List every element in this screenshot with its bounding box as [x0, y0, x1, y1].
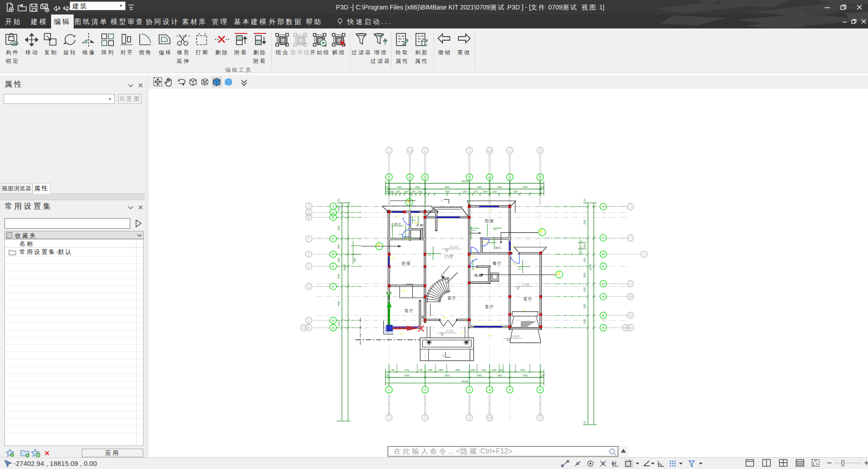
svg-text:120: 120: [385, 186, 388, 188]
svg-text:C-1: C-1: [489, 334, 493, 337]
svg-text:WC: WC: [495, 246, 502, 250]
svg-text:E: E: [602, 264, 604, 268]
svg-text:1200: 1200: [338, 321, 340, 326]
svg-text:120: 120: [541, 186, 544, 188]
svg-text:A: A: [307, 326, 310, 330]
svg-text:WC: WC: [394, 222, 401, 226]
svg-text:C-5: C-5: [391, 257, 395, 260]
svg-text:F: F: [629, 236, 632, 240]
svg-text:卧室: 卧室: [402, 261, 411, 266]
svg-text:1: 1: [308, 252, 310, 256]
svg-text:5: 5: [539, 416, 541, 420]
svg-text:1200: 1200: [338, 206, 340, 211]
svg-text:客厅: 客厅: [524, 297, 533, 301]
svg-text:D: D: [602, 282, 605, 286]
svg-text:4500: 4500: [338, 301, 340, 306]
svg-text:5: 5: [539, 175, 541, 179]
svg-text:客厅: 客厅: [448, 296, 457, 300]
svg-text:C-2: C-2: [489, 209, 493, 211]
svg-text:-0.020: -0.020: [445, 329, 454, 333]
svg-text:4: 4: [509, 388, 511, 392]
svg-text:5000: 5000: [445, 375, 450, 377]
svg-text:450: 450: [580, 240, 583, 244]
svg-text:1/3: 1/3: [487, 149, 492, 153]
svg-text:1200: 1200: [389, 191, 394, 193]
svg-text:14040: 14040: [589, 264, 592, 271]
svg-text:1150: 1150: [418, 191, 422, 193]
svg-text:3000: 3000: [584, 304, 586, 309]
svg-text:5: 5: [539, 388, 541, 392]
svg-text:J: J: [630, 205, 632, 209]
svg-text:900: 900: [428, 254, 432, 256]
svg-text:120: 120: [541, 375, 544, 377]
svg-text:1: 1: [442, 354, 444, 357]
svg-text:A: A: [624, 326, 627, 330]
svg-text:A: A: [302, 326, 305, 330]
svg-text:1B: 1B: [628, 295, 632, 299]
svg-text:750: 750: [391, 369, 395, 371]
svg-text:1800: 1800: [584, 244, 586, 249]
svg-text:2: 2: [424, 388, 426, 392]
svg-text:M: M: [332, 252, 335, 256]
svg-text:2: 2: [424, 175, 426, 179]
svg-text:2400: 2400: [477, 375, 482, 377]
svg-text:A: A: [629, 326, 632, 330]
svg-text:750: 750: [419, 369, 423, 371]
svg-text:E: E: [307, 264, 310, 268]
svg-text:客厅: 客厅: [405, 309, 414, 313]
svg-text:G: G: [332, 216, 335, 220]
svg-text:G: G: [307, 216, 310, 220]
svg-text:1900: 1900: [584, 287, 586, 292]
svg-text:F: F: [308, 237, 310, 241]
svg-text:900: 900: [413, 219, 416, 221]
svg-text:C: C: [332, 285, 335, 289]
svg-text:餐厅: 餐厅: [493, 261, 502, 266]
svg-text:1: 1: [388, 175, 390, 179]
svg-text:±0.000: ±0.000: [449, 245, 458, 249]
svg-text:1000: 1000: [471, 369, 476, 371]
svg-text:W-1: W-1: [403, 289, 407, 292]
svg-text:J: J: [332, 204, 334, 208]
svg-text:衣帽: 衣帽: [416, 224, 424, 227]
svg-text:C: C: [307, 285, 310, 289]
svg-text:4: 4: [509, 175, 511, 179]
svg-text:1500: 1500: [584, 258, 586, 263]
svg-text:850: 850: [519, 268, 522, 270]
svg-text:750: 750: [412, 191, 415, 193]
svg-text:储藏: 储藏: [474, 273, 483, 277]
svg-text:1000: 1000: [404, 191, 409, 193]
svg-text:7000: 7000: [584, 220, 586, 225]
svg-text:-0.060: -0.060: [511, 335, 520, 338]
svg-text:18140: 18140: [461, 180, 468, 183]
svg-text:D: D: [629, 282, 632, 286]
svg-text:A: A: [332, 326, 334, 330]
svg-text:X-1: X-1: [460, 332, 464, 334]
svg-text:1B: 1B: [602, 295, 605, 298]
svg-text:B: B: [602, 314, 604, 318]
svg-text:F: F: [332, 237, 335, 241]
svg-text:7050: 7050: [523, 186, 528, 188]
svg-text:1: 1: [441, 199, 443, 202]
svg-text:J: J: [308, 204, 310, 208]
svg-text:J: J: [603, 205, 604, 209]
svg-text:门厅: 门厅: [445, 254, 454, 259]
svg-text:2400: 2400: [497, 375, 502, 377]
svg-text:M-5: M-5: [513, 263, 517, 265]
svg-text:1000: 1000: [472, 229, 476, 231]
svg-text:1B: 1B: [488, 389, 491, 391]
svg-text:客厅: 客厅: [485, 305, 495, 309]
svg-text:250: 250: [499, 369, 503, 371]
svg-text:1200: 1200: [473, 191, 478, 193]
svg-text:4200: 4200: [405, 375, 410, 377]
svg-text:1800: 1800: [415, 186, 420, 188]
svg-text:M-4: M-4: [474, 267, 478, 270]
svg-text:A-1: A-1: [523, 309, 527, 312]
svg-text:1/1: 1/1: [407, 149, 412, 153]
svg-text:14040: 14040: [343, 264, 346, 271]
svg-text:-0.060: -0.060: [521, 283, 530, 286]
svg-text:B: B: [629, 314, 632, 318]
svg-text:450: 450: [580, 251, 583, 255]
svg-text:900: 900: [580, 246, 583, 250]
svg-text:5: 5: [539, 149, 541, 153]
svg-text:A: A: [602, 326, 604, 330]
